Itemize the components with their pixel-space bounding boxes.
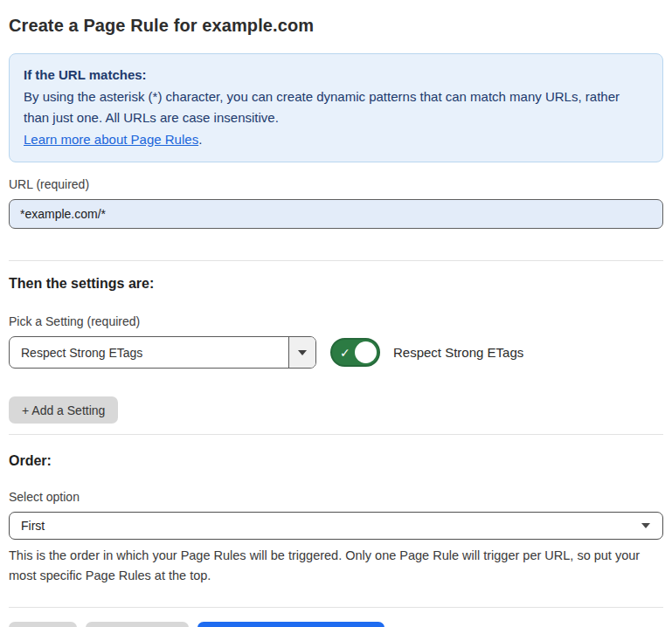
page-title: Create a Page Rule for example.com: [9, 16, 663, 36]
toggle-knob: [355, 341, 377, 363]
setting-select[interactable]: Respect Strong ETags: [9, 336, 316, 369]
section-divider: [9, 434, 663, 435]
add-setting-button[interactable]: + Add a Setting: [9, 396, 118, 424]
setting-picker-label: Pick a Setting (required): [9, 314, 663, 328]
order-select-label: Select option: [9, 490, 663, 504]
caret-down-icon: [298, 350, 307, 355]
order-select[interactable]: First: [9, 512, 663, 540]
settings-section-heading: Then the settings are:: [9, 276, 663, 292]
order-section-heading: Order:: [9, 453, 663, 469]
setting-row: Respect Strong ETags ✓ Respect Strong ET…: [9, 336, 663, 369]
url-match-info-box: If the URL matches: By using the asteris…: [9, 53, 663, 162]
cancel-button[interactable]: Cancel: [9, 622, 77, 627]
setting-select-caret-button[interactable]: [288, 337, 315, 368]
footer-actions: Cancel Save as Draft Save and Deploy Pag…: [9, 622, 663, 627]
order-select-value: First: [21, 519, 45, 533]
info-box-link-line: Learn more about Page Rules.: [24, 129, 648, 151]
learn-more-link[interactable]: Learn more about Page Rules: [24, 132, 198, 147]
setting-select-value: Respect Strong ETags: [10, 346, 142, 360]
link-suffix: .: [198, 132, 202, 147]
save-and-deploy-button[interactable]: Save and Deploy Page Rule: [197, 622, 384, 627]
info-box-body: By using the asterisk (*) character, you…: [24, 86, 648, 129]
toggle-label: Respect Strong ETags: [393, 345, 523, 360]
section-divider: [9, 260, 663, 261]
caret-down-icon: [641, 523, 650, 528]
info-box-heading: If the URL matches:: [24, 65, 648, 86]
save-as-draft-button[interactable]: Save as Draft: [86, 622, 190, 627]
create-page-rule-form: Create a Page Rule for example.com If th…: [0, 0, 672, 627]
order-help-text: This is the order in which your Page Rul…: [9, 546, 660, 586]
respect-strong-etags-toggle[interactable]: ✓: [330, 338, 380, 367]
footer-divider: [9, 607, 663, 608]
url-input[interactable]: [9, 199, 663, 229]
url-field-label: URL (required): [9, 177, 663, 191]
check-icon: ✓: [340, 347, 350, 359]
